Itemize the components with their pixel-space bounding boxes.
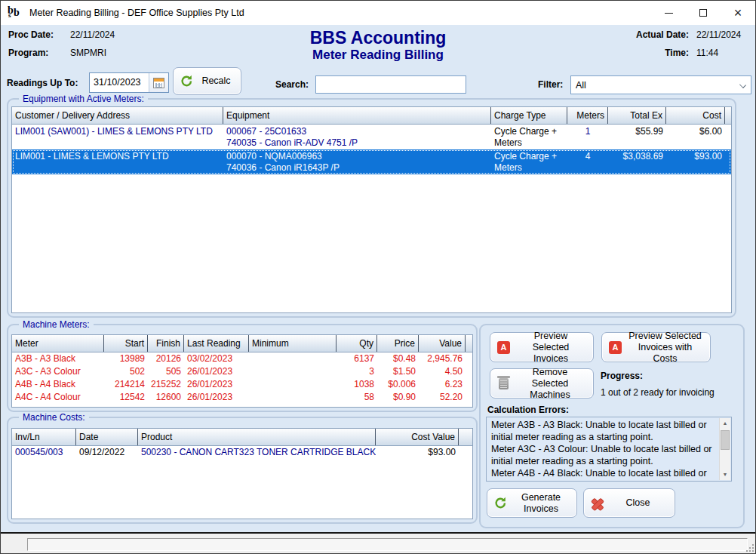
equipment-cell: 000070 - NQMA006963740036 - Canon iR1643…: [223, 149, 491, 174]
generate-invoices-button[interactable]: Generate Invoices: [487, 488, 577, 518]
equipment-table: Customer / Delivery AddressEquipmentChar…: [11, 106, 732, 313]
column-header[interactable]: Finish: [148, 335, 184, 352]
equipment-row[interactable]: LIM001 - LIMES & LEMONS PTY LTD000070 - …: [12, 149, 731, 174]
column-header[interactable]: Equipment: [223, 107, 491, 124]
filter-label: Filter:: [538, 79, 563, 90]
meter-cell: 13989: [104, 352, 148, 365]
equipment-section-title: Equipment with Active Meters:: [19, 94, 148, 104]
remove-machines-button[interactable]: Remove Selected Machines: [490, 368, 594, 399]
column-header[interactable]: Value: [419, 335, 466, 352]
column-header[interactable]: Charge Type: [491, 107, 567, 124]
column-header[interactable]: Price: [377, 335, 419, 352]
time-value: 11:44: [696, 48, 749, 58]
calendar-icon: [153, 78, 164, 88]
total-ex-cell: $55.99: [608, 125, 666, 149]
meter-cell: 6137: [337, 352, 377, 365]
chevron-down-icon: [739, 82, 746, 88]
machine-meters-title: Machine Meters:: [19, 319, 94, 330]
progress-text: 1 out of 2 ready for invoicing: [601, 387, 715, 398]
machine-meters-table: MeterStartFinishLast ReadingMinimumQtyPr…: [11, 334, 473, 408]
cost-cell: 09/12/2022: [76, 446, 138, 459]
equipment-table-header: Customer / Delivery AddressEquipmentChar…: [12, 107, 731, 125]
errors-scrollbar[interactable]: ▲ ▼: [719, 418, 730, 480]
column-header[interactable]: Date: [76, 429, 138, 445]
column-header[interactable]: Last Reading: [184, 335, 249, 352]
calculation-errors-box[interactable]: Meter A3B - A3 Black: Unable to locate l…: [486, 417, 732, 482]
close-window-button[interactable]: ×: [721, 1, 755, 25]
recycle-icon: [180, 75, 193, 88]
column-header[interactable]: Customer / Delivery Address: [12, 107, 223, 124]
meter-cell: A3B - A3 Black: [12, 352, 104, 365]
close-button[interactable]: Close: [583, 488, 675, 518]
error-line: Meter A3B - A3 Black: Unable to locate l…: [491, 419, 715, 443]
column-header[interactable]: Total Ex: [608, 107, 666, 124]
column-header[interactable]: Inv/Ln: [12, 429, 76, 445]
meter-cell: 2,945.76: [419, 352, 466, 365]
machine-costs-body: 000545/00309/12/2022500230 - CANON CART3…: [12, 446, 472, 459]
equipment-section: Equipment with Active Meters: Customer /…: [7, 98, 736, 318]
search-input[interactable]: [315, 75, 466, 94]
column-header[interactable]: Product: [138, 429, 376, 445]
meter-cell: 58: [337, 391, 377, 404]
meter-cell: 214214: [104, 378, 148, 391]
charge-type-cell: Cycle Charge + Meters: [491, 125, 567, 149]
meter-cell: 26/01/2023: [184, 378, 249, 391]
status-message-area: [27, 538, 748, 551]
recalc-button[interactable]: Recalc: [173, 67, 241, 95]
time-label: Time:: [619, 48, 689, 58]
minimize-button[interactable]: [651, 1, 686, 25]
close-button-label: Close: [608, 497, 668, 509]
error-line: Meter A4B - A4 Black: Unable to locate l…: [491, 467, 715, 482]
meters-cell: 1: [567, 125, 608, 149]
equipment-row[interactable]: LIM001 (SAW001) - LIMES & LEMONS PTY LTD…: [12, 125, 731, 149]
charge-type-cell: Cycle Charge + Meters: [491, 149, 567, 174]
meter-row[interactable]: A3C - A3 Colour50250526/01/20233$1.504.5…: [12, 365, 472, 378]
scroll-up-icon[interactable]: ▲: [720, 418, 730, 429]
column-header[interactable]: Cost Value: [376, 429, 459, 445]
scroll-down-icon[interactable]: ▼: [720, 469, 730, 480]
meter-cell: 1038: [337, 378, 377, 391]
preview-invoices-button[interactable]: A Preview Selected Invoices: [490, 332, 594, 362]
column-header[interactable]: Meters: [567, 107, 608, 124]
total-ex-cell: $3,038.69: [608, 149, 666, 174]
maximize-icon: [699, 9, 707, 17]
meter-row[interactable]: A4C - A4 Colour125421260026/01/202358$0.…: [12, 391, 472, 404]
filter-dropdown[interactable]: All: [570, 75, 751, 94]
trash-icon: [499, 378, 509, 389]
preview-invoices-costs-button[interactable]: A Preview Selected Invoices with Costs: [601, 332, 711, 362]
maximize-button[interactable]: [686, 1, 721, 25]
machine-costs-header: Inv/LnDateProductCost Value: [12, 429, 472, 446]
resize-grip[interactable]: [745, 543, 754, 552]
meter-cell: A4B - A4 Black: [12, 378, 104, 391]
meter-cell: [249, 352, 337, 365]
readings-date-field[interactable]: 31/10/2023: [89, 72, 169, 93]
actual-date-label: Actual Date:: [619, 29, 689, 40]
meter-cell: [249, 365, 337, 378]
meter-row[interactable]: A4B - A4 Black21421421525226/01/20231038…: [12, 378, 472, 391]
calculation-errors-label: Calculation Errors:: [487, 405, 569, 415]
meter-cell: [249, 378, 337, 391]
scrollbar-thumb[interactable]: [721, 430, 730, 450]
meter-cell: 12600: [148, 391, 184, 404]
column-header[interactable]: Cost: [666, 107, 725, 124]
column-header[interactable]: Minimum: [249, 335, 337, 352]
meters-cell: 4: [567, 149, 608, 174]
meter-row[interactable]: A3B - A3 Black139892012603/02/20236137$0…: [12, 352, 472, 365]
equipment-cell: 000067 - 25C01633740035 - Canon iR-ADV 4…: [223, 125, 491, 149]
readings-date-value[interactable]: 31/10/2023: [90, 73, 149, 92]
time-row: Time: 11:44: [619, 48, 749, 58]
remove-machines-label: Remove Selected Machines: [514, 367, 586, 401]
meter-cell: A4C - A4 Colour: [12, 391, 104, 404]
column-header[interactable]: Meter: [12, 335, 104, 352]
progress-label: Progress:: [601, 371, 643, 381]
cost-row[interactable]: 000545/00309/12/2022500230 - CANON CART3…: [12, 446, 472, 459]
column-header[interactable]: Qty: [337, 335, 377, 352]
column-header[interactable]: Start: [104, 335, 148, 352]
recycle-icon: [494, 497, 507, 509]
column-header-filler: [466, 335, 472, 352]
meter-cell: 03/02/2023: [184, 352, 249, 365]
customer-cell: LIM001 - LIMES & LEMONS PTY LTD: [12, 149, 223, 174]
meter-cell: 4.50: [419, 365, 466, 378]
calendar-button[interactable]: [149, 73, 168, 92]
meter-cell: $0.90: [377, 391, 419, 404]
